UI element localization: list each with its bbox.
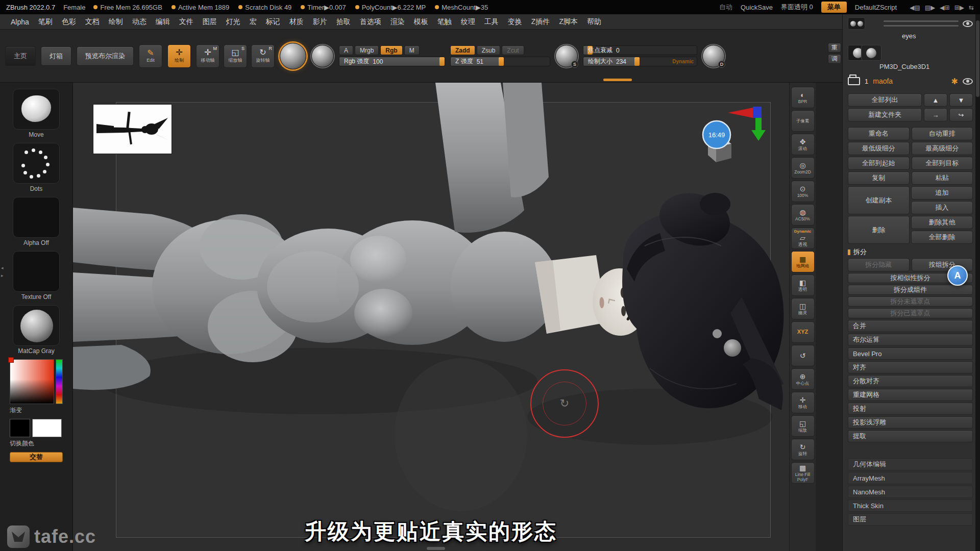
menu-item[interactable]: 笔刷 — [34, 16, 57, 28]
collapse-left-icon[interactable]: ◂ — [1, 265, 4, 270]
matcap-thumbnail[interactable] — [13, 305, 60, 346]
right-shelf-button[interactable]: Dynamic ▱ 透视 — [791, 228, 815, 249]
menu-item[interactable]: 宏 — [245, 16, 261, 28]
duplicate-button[interactable]: 创建副本 — [848, 186, 910, 214]
split-action-button[interactable]: 拆分已遮罩点 — [848, 308, 973, 318]
ui-opacity-slider[interactable]: 界面透明 0 — [781, 3, 813, 12]
home-button[interactable]: 主页 — [5, 46, 36, 66]
stroke-s-icon[interactable]: S — [555, 45, 578, 67]
menu-item[interactable]: 文件 — [175, 16, 198, 28]
titlebar-icon[interactable]: ◀⊞ — [940, 4, 949, 11]
menu-item[interactable]: 变换 — [503, 16, 527, 28]
menu-item[interactable]: 影片 — [308, 16, 332, 28]
menu-item[interactable]: 模板 — [409, 16, 433, 28]
m-mode-button[interactable]: M — [404, 45, 420, 55]
preview-boolean-button[interactable]: 预览布尔渲染 — [77, 46, 134, 66]
right-shelf-button[interactable]: ◐ BPR — [791, 87, 815, 108]
active-subtool-thumbnails[interactable] — [848, 44, 973, 61]
canvas-hscrollbar[interactable] — [427, 547, 445, 550]
menu-item[interactable]: 纹理 — [456, 16, 480, 28]
palette-section-header[interactable]: NanoMesh — [848, 486, 973, 498]
right-shelf-button[interactable]: ⊙ 100% — [791, 181, 815, 202]
lightbox-button[interactable]: 灯箱 — [41, 46, 71, 66]
right-shelf-button[interactable]: ▩ Line Fill PolyF — [791, 462, 815, 484]
menu-item[interactable]: 绘制 — [104, 16, 128, 28]
right-shelf-button[interactable]: ◧ 透明 — [791, 274, 815, 296]
focal-shift-slider[interactable]: 焦点衰减0 — [583, 45, 697, 55]
main-color-swatch[interactable] — [10, 419, 30, 437]
right-shelf-button[interactable]: ◫ 幽灵 — [791, 298, 815, 319]
texture-selector[interactable]: Texture Off — [13, 251, 60, 300]
menu-item[interactable]: 灯光 — [222, 16, 245, 28]
stroke-selector[interactable]: Move — [13, 89, 60, 138]
zadd-button[interactable]: Zadd — [450, 45, 475, 55]
right-shelf-button[interactable]: ↺ — [791, 345, 815, 366]
right-shelf-button[interactable]: ◍ AC50% — [791, 204, 815, 226]
folder-name[interactable]: maofa — [873, 77, 893, 85]
right-shelf-button[interactable]: XYZ — [791, 321, 815, 343]
rgb-mode-button[interactable]: Rgb — [380, 45, 402, 55]
append-button[interactable]: 追加 — [911, 186, 973, 199]
panel-sliders[interactable] — [884, 20, 959, 27]
color-picker[interactable] — [10, 359, 63, 404]
right-shelf-button[interactable]: ✛ 移动 — [791, 392, 815, 413]
adjust-partial-button[interactable]: 调 — [828, 54, 841, 64]
alpha-off-thumbnail[interactable] — [13, 197, 60, 238]
titlebar-icon[interactable]: ⊞▶ — [954, 4, 964, 11]
subpalette-header[interactable]: 提取 — [848, 430, 973, 442]
dots-stroke-thumbnail[interactable] — [13, 143, 60, 184]
switch-color-label[interactable]: 切换颜色 — [10, 439, 63, 448]
gizmo-axis-button[interactable]: R ↻ 旋转轴 — [251, 44, 275, 68]
zsub-button[interactable]: Zsub — [477, 45, 501, 55]
move-stroke-thumbnail[interactable] — [13, 89, 60, 130]
zcut-button[interactable]: Zcut — [502, 45, 524, 55]
subtool-folder-row[interactable]: 1 maofa ✱ — [848, 73, 973, 89]
gear-icon[interactable]: ✱ — [951, 77, 958, 86]
document-minimap[interactable] — [93, 105, 172, 154]
subtool-action-button[interactable]: 全部到起始 — [848, 157, 910, 170]
a-mode-button[interactable]: A — [339, 45, 353, 55]
secondary-color-swatch[interactable] — [32, 419, 62, 437]
subpalette-header[interactable]: Bevel Pro — [848, 347, 973, 360]
right-shelf-button[interactable]: ▦ 地网格 — [791, 251, 815, 272]
gizmo-axis-button[interactable]: M ✛ 移动轴 — [196, 44, 219, 68]
menu-item[interactable]: Z插件 — [527, 16, 555, 28]
delete-other-button[interactable]: 删除其他 — [911, 216, 973, 229]
camera-gizmo[interactable]: 16:49 — [694, 101, 780, 172]
palette-section-header[interactable]: ArrayMesh — [848, 472, 973, 484]
move-up-button[interactable]: ▲ — [924, 93, 947, 107]
reset-partial-button[interactable]: 重 — [828, 43, 841, 53]
delete-all-button[interactable]: 全部删除 — [911, 231, 973, 244]
right-shelf-button[interactable]: 子像素 — [791, 110, 815, 132]
panel-vscrollbar[interactable] — [975, 14, 980, 551]
subtool-action-button[interactable]: 全部到目标 — [912, 157, 973, 170]
menu-item[interactable]: 编辑 — [151, 16, 175, 28]
menu-item[interactable]: 渲染 — [386, 16, 409, 28]
menu-item[interactable]: 动态 — [128, 16, 151, 28]
menu-item[interactable]: 文档 — [81, 16, 104, 28]
subtool-thumbnail[interactable] — [848, 17, 865, 30]
insert-button[interactable]: 插入 — [911, 201, 973, 214]
move-down-button[interactable]: ▼ — [949, 93, 973, 107]
subtool-action-button[interactable]: 重命名 — [848, 127, 910, 140]
subpalette-header[interactable]: 合并 — [848, 320, 973, 332]
mrgb-mode-button[interactable]: Mrgb — [355, 45, 379, 55]
menu-item[interactable]: 工具 — [480, 16, 503, 28]
right-shelf-button[interactable]: ◎ Zoom2D — [791, 157, 815, 179]
alpha-selector[interactable]: Alpha Off — [13, 197, 60, 246]
edit-button[interactable]: ✎ Edit — [139, 44, 162, 68]
subpalette-header[interactable]: 投影浅浮雕 — [848, 416, 973, 429]
visibility-eye-icon[interactable] — [963, 20, 973, 27]
stroke-dots-selector[interactable]: Dots — [13, 143, 60, 192]
auto-label[interactable]: 自动 — [719, 3, 732, 12]
right-shelf-button[interactable]: ✥ 滚动 — [791, 134, 815, 155]
menu-item[interactable]: 色彩 — [57, 16, 81, 28]
viewport-canvas[interactable]: 16:49 升级为更贴近真实的形态 — [73, 83, 789, 551]
titlebar-icon[interactable]: ⇆ — [969, 4, 974, 11]
subtool-action-button[interactable]: 自动重排 — [912, 127, 973, 140]
menu-item[interactable]: Z脚本 — [554, 16, 582, 28]
list-all-button[interactable]: 全部列出 — [848, 93, 922, 107]
palette-section-header[interactable]: 几何体编辑 — [848, 458, 973, 470]
quicksave-button[interactable]: QuickSave — [741, 4, 773, 11]
brush-preview-icon[interactable] — [280, 43, 306, 69]
